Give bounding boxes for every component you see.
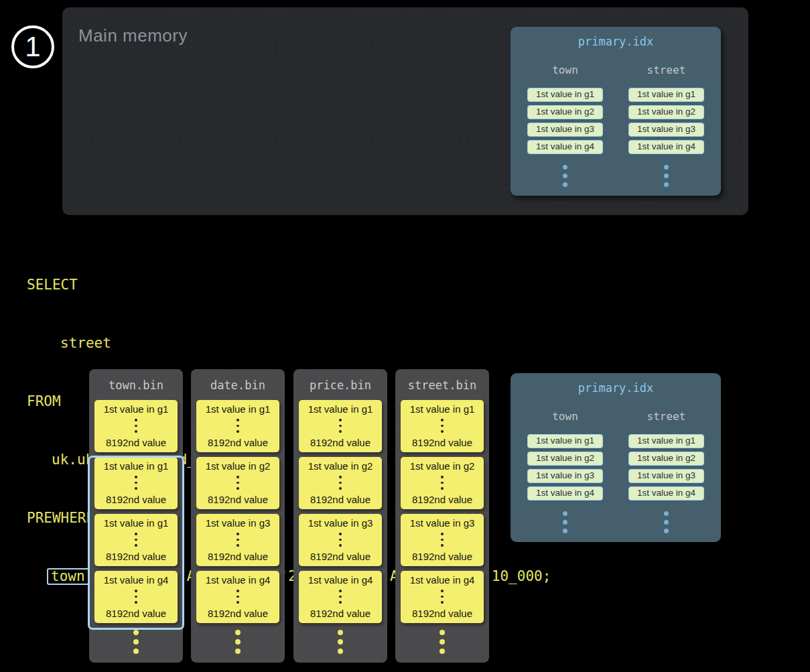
bin-column-date: date.bin 1st value in g1 8192nd value 1s… [191, 369, 285, 663]
granule-last-value: 8192nd value [412, 608, 472, 619]
granule-first-value: 1st value in g1 [104, 460, 169, 472]
index-entry: 1st value in g1 [628, 434, 704, 448]
index-entry: 1st value in g2 [527, 452, 603, 466]
ellipsis-dots [664, 165, 669, 187]
bin-column-price: price.bin 1st value in g1 8192nd value 1… [293, 369, 387, 663]
granule-last-value: 8192nd value [310, 494, 370, 505]
primary-idx-columns: town 1st value in g1 1st value in g2 1st… [511, 64, 721, 187]
granule-last-value: 8192nd value [412, 494, 472, 505]
index-column-header: town [552, 64, 578, 76]
ellipsis-dots [339, 533, 342, 547]
primary-idx-panel-disk: primary.idx town 1st value in g1 1st val… [511, 373, 721, 542]
granule-last-value: 8192nd value [310, 551, 370, 562]
granule-last-value: 8192nd value [106, 494, 166, 505]
sql-select-keyword: SELECT [27, 275, 551, 295]
primary-idx-title: primary.idx [511, 381, 721, 395]
index-column-header: street [647, 64, 686, 76]
granule-block: 1st value in g4 8192nd value [401, 571, 484, 623]
ellipsis-dots [293, 630, 387, 654]
granule-first-value: 1st value in g4 [410, 574, 475, 586]
granule-list: 1st value in g1 8192nd value 1st value i… [191, 400, 285, 623]
ellipsis-dots [563, 511, 567, 533]
index-column-town: town 1st value in g1 1st value in g2 1st… [527, 64, 603, 187]
bin-column-title: date.bin [191, 379, 285, 392]
ellipsis-dots [441, 533, 444, 547]
granule-block: 1st value in g1 8192nd value [94, 457, 178, 509]
bin-column-street: street.bin 1st value in g1 8192nd value … [395, 369, 489, 663]
index-entry: 1st value in g4 [628, 486, 704, 500]
granule-last-value: 8192nd value [208, 551, 268, 562]
granule-list: 1st value in g1 8192nd value 1st value i… [293, 400, 387, 623]
granule-last-value: 8192nd value [310, 437, 370, 448]
granule-block: 1st value in g3 8192nd value [401, 514, 484, 566]
bin-column-title: price.bin [293, 379, 387, 392]
granule-first-value: 1st value in g2 [308, 460, 373, 472]
ellipsis-dots [237, 533, 239, 547]
index-entry: 1st value in g2 [628, 452, 704, 466]
ellipsis-dots [135, 476, 137, 490]
granule-block: 1st value in g1 8192nd value [196, 400, 279, 452]
granule-first-value: 1st value in g1 [104, 517, 169, 529]
index-entry: 1st value in g1 [527, 88, 603, 102]
index-column-street: street 1st value in g1 1st value in g2 1… [628, 64, 704, 187]
ellipsis-dots [664, 511, 669, 533]
index-column-header: street [647, 410, 686, 423]
ellipsis-dots [135, 419, 137, 433]
granule-first-value: 1st value in g4 [104, 574, 169, 586]
granule-last-value: 8192nd value [412, 437, 472, 448]
granule-last-value: 8192nd value [208, 437, 268, 448]
bin-column-title: town.bin [89, 379, 183, 392]
index-entry: 1st value in g3 [628, 469, 704, 483]
ellipsis-dots [89, 630, 183, 654]
granule-block: 1st value in g2 8192nd value [401, 457, 484, 509]
index-entry: 1st value in g3 [527, 469, 603, 483]
granule-last-value: 8192nd value [310, 608, 370, 619]
granule-last-value: 8192nd value [208, 608, 268, 619]
primary-idx-title: primary.idx [511, 35, 721, 48]
index-entry: 1st value in g1 [527, 434, 603, 448]
sql-select-column: street [27, 334, 551, 353]
index-column-header: town [552, 410, 578, 423]
bin-column-title: street.bin [395, 379, 489, 392]
granule-block: 1st value in g4 8192nd value [94, 571, 178, 623]
ellipsis-dots [237, 419, 239, 433]
granule-block: 1st value in g1 8192nd value [401, 400, 484, 452]
index-entry: 1st value in g2 [628, 105, 704, 119]
granule-block: 1st value in g1 8192nd value [94, 400, 178, 452]
ellipsis-dots [237, 476, 239, 490]
granule-last-value: 8192nd value [106, 551, 166, 562]
index-column-town: town 1st value in g1 1st value in g2 1st… [527, 410, 603, 533]
granule-first-value: 1st value in g3 [308, 517, 373, 529]
primary-idx-columns: town 1st value in g1 1st value in g2 1st… [511, 410, 721, 533]
index-entry: 1st value in g4 [527, 486, 603, 500]
index-entry: 1st value in g4 [527, 140, 603, 154]
index-entry: 1st value in g4 [628, 140, 704, 154]
granule-first-value: 1st value in g2 [206, 460, 271, 472]
ellipsis-dots [563, 165, 567, 187]
ellipsis-dots [135, 590, 137, 604]
granule-block: 1st value in g1 8192nd value [299, 400, 382, 452]
index-entry: 1st value in g2 [527, 105, 603, 119]
granule-first-value: 1st value in g4 [206, 574, 271, 586]
step-1-label: 1 [25, 33, 40, 61]
granule-block: 1st value in g3 8192nd value [196, 514, 279, 566]
ellipsis-dots [395, 630, 489, 654]
granule-block: 1st value in g1 8192nd value [94, 514, 178, 566]
granule-first-value: 1st value in g4 [308, 574, 373, 586]
granule-first-value: 1st value in g3 [206, 517, 271, 529]
granule-block: 1st value in g2 8192nd value [299, 457, 382, 509]
granule-last-value: 8192nd value [412, 551, 472, 562]
index-entry: 1st value in g3 [527, 123, 603, 137]
granule-last-value: 8192nd value [208, 494, 268, 505]
granule-last-value: 8192nd value [106, 437, 166, 448]
ellipsis-dots [191, 630, 285, 654]
index-entry: 1st value in g3 [628, 123, 704, 137]
granule-first-value: 1st value in g1 [206, 403, 271, 415]
granule-first-value: 1st value in g1 [410, 403, 475, 415]
granule-block: 1st value in g4 8192nd value [299, 571, 382, 623]
ellipsis-dots [441, 419, 444, 433]
ellipsis-dots [441, 590, 444, 604]
granule-block: 1st value in g4 8192nd value [196, 571, 279, 623]
granule-first-value: 1st value in g1 [308, 403, 373, 415]
main-memory-title: Main memory [78, 25, 188, 46]
